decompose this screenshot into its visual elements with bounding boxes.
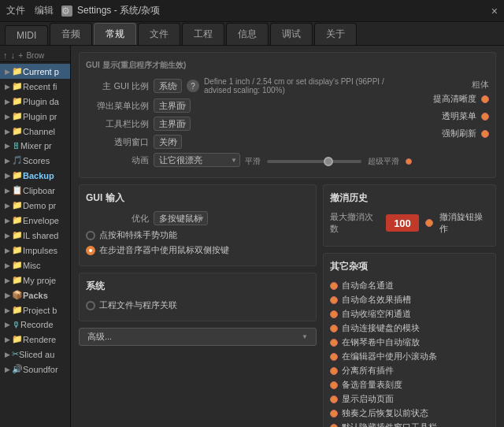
sidebar-item-envelope[interactable]: ▶ 📁 Envelope bbox=[0, 213, 70, 228]
misc-dot-4[interactable] bbox=[330, 339, 338, 347]
undo-row: 最大撤消次数 撤消旋钮操作 bbox=[330, 211, 489, 235]
radio-step-seq-row[interactable]: 在步进音序器中使用鼠标双侧按键 bbox=[86, 244, 309, 256]
smooth-slider-track[interactable] bbox=[267, 160, 361, 163]
radio-step-seq-label: 在步进音序器中使用鼠标双侧按键 bbox=[99, 244, 229, 256]
undo-button-dot[interactable] bbox=[425, 219, 433, 227]
undo-value-input[interactable] bbox=[386, 214, 419, 232]
sidebar-label: Clipboar bbox=[23, 186, 55, 195]
optimization-select[interactable]: 多按键鼠标 bbox=[154, 211, 208, 225]
down-icon[interactable]: ↓ bbox=[11, 50, 16, 60]
sidebar-item-impulses[interactable]: ▶ 📁 Impulses bbox=[0, 243, 70, 258]
misc-dot-5[interactable] bbox=[330, 353, 338, 361]
radio-gesture-label: 点按和特殊手势功能 bbox=[99, 229, 177, 241]
sidebar-item-soundfor[interactable]: ▶ 🔊 Soundfor bbox=[0, 362, 70, 377]
folder-icon: ✂ bbox=[12, 349, 19, 359]
animation-select[interactable]: 让它很漂亮 bbox=[154, 153, 240, 167]
settings-icon: ⚙ bbox=[61, 6, 72, 17]
misc-dot-7[interactable] bbox=[330, 381, 338, 389]
misc-dot-0[interactable] bbox=[330, 282, 338, 290]
folder-icon: 📁 bbox=[12, 111, 23, 121]
sidebar-item-il-shared[interactable]: ▶ 📁 IL shared bbox=[0, 228, 70, 243]
misc-dot-6[interactable] bbox=[330, 367, 338, 375]
folder-icon: 🔊 bbox=[12, 364, 23, 374]
sidebar-item-sliced[interactable]: ▶ ✂ Sliced au bbox=[0, 347, 70, 362]
misc-dot-3[interactable] bbox=[330, 325, 338, 332]
system-radio[interactable] bbox=[86, 301, 95, 310]
misc-option-5[interactable]: 在编辑器中使用小滚动条 bbox=[330, 351, 489, 362]
browse-button[interactable]: Brow bbox=[26, 51, 44, 60]
folder-icon: 📁 bbox=[12, 200, 23, 210]
transparent-menu-dot[interactable] bbox=[481, 113, 489, 121]
system-option-label: 工程文件与程序关联 bbox=[99, 299, 177, 311]
misc-dot-9[interactable] bbox=[330, 410, 338, 418]
sidebar-label: Plugin pr bbox=[23, 112, 57, 121]
misc-label-1: 自动命名效果插槽 bbox=[342, 294, 411, 306]
advanced-button[interactable]: 高级... bbox=[79, 328, 317, 346]
up-icon[interactable]: ↑ bbox=[3, 50, 8, 60]
tab-midi[interactable]: MIDI bbox=[5, 25, 48, 45]
force-refresh-dot[interactable] bbox=[481, 130, 489, 138]
sidebar-item-demo[interactable]: ▶ 📁 Demo pr bbox=[0, 198, 70, 213]
sidebar-item-packs[interactable]: ▶ 📦 Packs bbox=[0, 288, 70, 303]
popup-ratio-select[interactable]: 主界面 bbox=[154, 98, 191, 113]
transparency-select[interactable]: 关闭 bbox=[154, 135, 182, 149]
misc-option-0[interactable]: 自动命名通道 bbox=[330, 280, 489, 291]
misc-option-7[interactable]: 备选音量表刻度 bbox=[330, 379, 489, 391]
sidebar-item-recorded[interactable]: ▶ 🎙 Recorde bbox=[0, 317, 70, 332]
tab-about[interactable]: 关于 bbox=[314, 23, 357, 45]
radio-gesture[interactable] bbox=[86, 231, 95, 240]
sidebar-item-current[interactable]: ▶ 📁 Current p bbox=[0, 64, 70, 79]
title-bar: 文件 编辑 ⚙ Settings - 系统/杂项 × bbox=[0, 0, 504, 22]
misc-option-3[interactable]: 自动连接键盘的模块 bbox=[330, 322, 489, 334]
add-icon[interactable]: + bbox=[18, 50, 23, 60]
gui-ratio-select[interactable]: 系统 bbox=[154, 79, 182, 93]
radio-gesture-row[interactable]: 点按和特殊手势功能 bbox=[86, 229, 309, 241]
system-option-row[interactable]: 工程文件与程序关联 bbox=[86, 299, 309, 311]
clarity-dot[interactable] bbox=[481, 95, 489, 103]
sidebar-item-plugin-da[interactable]: ▶ 📁 Plugin da bbox=[0, 94, 70, 109]
folder-icon: 📦 bbox=[12, 290, 23, 300]
tab-debug[interactable]: 调试 bbox=[270, 23, 313, 45]
tab-file[interactable]: 文件 bbox=[138, 23, 180, 45]
sidebar-label: Misc bbox=[23, 261, 41, 270]
sidebar-item-backup[interactable]: ▶ 📁 Backup bbox=[0, 168, 70, 183]
folder-icon: 📁 bbox=[12, 96, 23, 106]
menu-edit[interactable]: 编辑 bbox=[35, 4, 54, 17]
sidebar-item-mixer[interactable]: ▶ 🎚 Mixer pr bbox=[0, 139, 70, 153]
sidebar-item-rendered[interactable]: ▶ 📁 Rendere bbox=[0, 332, 70, 347]
sidebar-item-projectb[interactable]: ▶ 📁 Project b bbox=[0, 303, 70, 317]
misc-option-1[interactable]: 自动命名效果插槽 bbox=[330, 294, 489, 306]
misc-option-6[interactable]: 分离所有插件 bbox=[330, 365, 489, 377]
sidebar-item-scores[interactable]: ▶ 🎵 Scores bbox=[0, 153, 70, 168]
misc-option-9[interactable]: 独奏之后恢复以前状态 bbox=[330, 407, 489, 419]
sidebar-item-misc[interactable]: ▶ 📁 Misc bbox=[0, 258, 70, 273]
misc-dot-2[interactable] bbox=[330, 310, 338, 318]
misc-option-10[interactable]: 默认隐藏插件窗口工具栏 bbox=[330, 421, 489, 427]
popup-ratio-label: 弹出菜单比例 bbox=[86, 100, 149, 112]
misc-option-8[interactable]: 显示启动页面 bbox=[330, 393, 489, 405]
smooth-slider-thumb[interactable] bbox=[324, 157, 333, 166]
smooth-indicator bbox=[406, 158, 412, 165]
sidebar-item-clipboard[interactable]: ▶ 📋 Clipboar bbox=[0, 183, 70, 198]
tab-general[interactable]: 常规 bbox=[94, 23, 136, 45]
misc-dot-8[interactable] bbox=[330, 395, 338, 403]
close-button[interactable]: × bbox=[491, 5, 498, 17]
help-button[interactable]: ? bbox=[187, 80, 199, 92]
menu-file[interactable]: 文件 bbox=[6, 4, 25, 17]
misc-dot-1[interactable] bbox=[330, 296, 338, 304]
sidebar-item-channel[interactable]: ▶ 📁 Channel bbox=[0, 124, 70, 139]
sidebar-label: Mixer pr bbox=[20, 141, 52, 150]
sidebar-label: Channel bbox=[23, 127, 55, 136]
expand-icon: ▶ bbox=[5, 291, 10, 299]
tab-info[interactable]: 信息 bbox=[226, 23, 269, 45]
misc-option-2[interactable]: 自动收缩空闲通道 bbox=[330, 308, 489, 320]
sidebar-item-plugin-pr[interactable]: ▶ 📁 Plugin pr bbox=[0, 109, 70, 124]
tab-project[interactable]: 工程 bbox=[182, 23, 224, 45]
misc-dot-10[interactable] bbox=[330, 424, 338, 428]
toolbar-ratio-select[interactable]: 主界面 bbox=[154, 117, 191, 131]
sidebar-item-myproject[interactable]: ▶ 📁 My proje bbox=[0, 273, 70, 288]
radio-step-seq[interactable] bbox=[86, 246, 95, 255]
misc-option-4[interactable]: 在钢琴卷中自动缩放 bbox=[330, 336, 489, 348]
sidebar-item-recent[interactable]: ▶ 📁 Recent fi bbox=[0, 79, 70, 94]
tab-audio[interactable]: 音频 bbox=[50, 23, 92, 45]
